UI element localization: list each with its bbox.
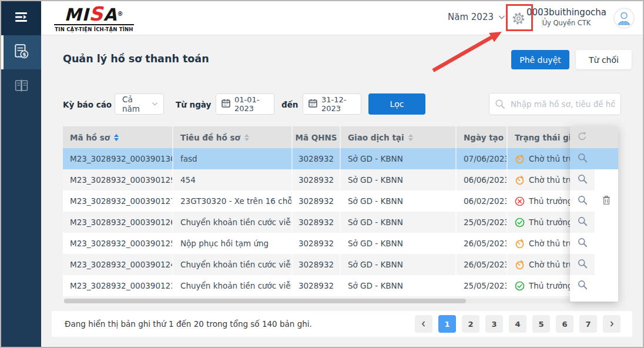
cell-date: 06/06/2023: [457, 169, 508, 190]
page-button-2[interactable]: 2: [462, 315, 479, 333]
magnifier-icon: [577, 152, 588, 165]
table-row[interactable]: M23_3028932_00039012723GT30320 - Xe trên…: [63, 190, 618, 212]
hamburger-icon: [14, 11, 28, 26]
column-header-title[interactable]: Tiêu đề hồ sơ: [173, 126, 293, 148]
from-date-label: Từ ngày: [176, 100, 211, 109]
table-row[interactable]: M23_3028932_000390125Nộp phục hồi tạm ứn…: [63, 233, 618, 254]
scrollbar-thumb[interactable]: [64, 299, 466, 303]
view-detail-button[interactable]: [570, 148, 595, 169]
to-date-value: 31-12-2023: [321, 95, 357, 113]
action-row: [570, 212, 618, 233]
magnifier-icon: [577, 258, 588, 271]
cell-code: M23_3028932_000390126: [63, 212, 173, 233]
delete-button[interactable]: [595, 190, 618, 212]
refresh-button[interactable]: [570, 126, 595, 148]
page-button-3[interactable]: 3: [485, 315, 503, 333]
calendar-icon: [308, 98, 318, 110]
year-label: Năm 2023: [448, 12, 494, 22]
cell-title: Chuyển khoản tiền cước viễn ...: [173, 254, 293, 275]
prev-page-button[interactable]: [415, 315, 432, 333]
period-label: Kỳ báo cáo: [63, 100, 112, 109]
user-info[interactable]: 0003buithingocha Ủy Quyền CTK: [526, 6, 606, 28]
column-header-code[interactable]: Mã hồ sơ: [63, 126, 173, 148]
column-label: Tiêu đề hồ sơ: [180, 133, 240, 142]
cell-title: 23GT30320 - Xe trên 16 chỗ ...: [173, 190, 293, 212]
calendar-icon: [221, 98, 231, 110]
search-icon: [495, 99, 505, 109]
table-row[interactable]: M23_3028932_000390126Chuyển khoản tiền c…: [63, 212, 618, 233]
status-approved-icon: [515, 281, 525, 291]
view-detail-button[interactable]: [570, 233, 595, 254]
action-panel-rows: [570, 148, 618, 296]
cell-date: 25/05/2023: [457, 275, 508, 296]
status-pending-icon: [515, 239, 525, 249]
menu-toggle-button[interactable]: [1, 1, 41, 35]
status-rejected-icon: [515, 196, 525, 206]
status-pending-icon: [515, 260, 525, 270]
to-date-label: đến: [281, 100, 298, 109]
view-detail-button[interactable]: [570, 275, 595, 296]
record-summary: Đang hiển thị bản ghi thứ 1 đến 20 trong…: [65, 319, 312, 329]
cell-date: 06/02/2023: [457, 190, 508, 212]
action-row: [570, 169, 618, 190]
app-window: $ MISA® TIN CẬY-TIỆN ÍCH-TẬN TÌNH: [0, 0, 644, 348]
avatar[interactable]: [613, 8, 635, 29]
column-header-date[interactable]: Ngày tạo: [457, 126, 508, 148]
settings-button[interactable]: [511, 11, 526, 26]
view-detail-button[interactable]: [570, 254, 595, 275]
sort-icon: [244, 134, 249, 141]
username: 0003buithingocha: [526, 6, 606, 18]
from-date-input[interactable]: 01-01-2023: [216, 93, 274, 115]
status-approved-icon: [515, 218, 525, 227]
sidebar-item-payment-files[interactable]: $: [1, 35, 41, 69]
user-role: Ủy Quyền CTK: [526, 18, 606, 28]
magnifier-icon: [577, 216, 588, 229]
sort-icon: [114, 134, 119, 141]
sidebar-item-ledger[interactable]: [1, 69, 41, 103]
logo-word: MISA®: [54, 5, 134, 24]
from-date-value: 01-01-2023: [234, 95, 270, 113]
to-date-input[interactable]: 31-12-2023: [303, 93, 361, 115]
approve-button[interactable]: Phê duyệt: [511, 50, 569, 69]
view-detail-button[interactable]: [570, 212, 595, 233]
column-header-qhns[interactable]: Mã QHNS: [293, 126, 341, 148]
cell-title: 454: [173, 169, 293, 190]
view-detail-button[interactable]: [570, 169, 595, 190]
magnifier-icon: [577, 237, 588, 250]
page-button-5[interactable]: 5: [532, 315, 550, 333]
topbar: MISA® TIN CẬY-TIỆN ÍCH-TẬN TÌNH Năm 2023…: [41, 1, 643, 35]
cell-qhns: 3028932: [293, 254, 341, 275]
table-row[interactable]: M23_3028932_000390130fasd3028932Sở GD - …: [63, 148, 618, 169]
cell-qhns: 3028932: [293, 212, 341, 233]
misa-logo: MISA® TIN CẬY-TIỆN ÍCH-TẬN TÌNH: [54, 5, 134, 32]
filter-button[interactable]: Lọc: [368, 93, 425, 115]
chevron-left-icon: [421, 320, 427, 327]
reject-button[interactable]: Từ chối: [576, 50, 632, 69]
period-select[interactable]: Cả năm: [115, 93, 164, 115]
action-row: [570, 254, 618, 275]
page-button-6[interactable]: 6: [556, 315, 573, 333]
chevron-down-icon: [498, 15, 505, 20]
view-detail-button[interactable]: [570, 190, 595, 212]
next-page-button[interactable]: [603, 315, 620, 333]
table-row[interactable]: M23_3028932_000390124Chuyển khoản tiền c…: [63, 254, 618, 275]
trash-icon: [601, 195, 612, 208]
book-icon: [14, 78, 29, 96]
year-selector[interactable]: Năm 2023: [448, 12, 505, 22]
refresh-icon: [577, 131, 588, 143]
search-input[interactable]: [489, 93, 621, 115]
horizontal-scrollbar: [63, 299, 617, 303]
table-row[interactable]: M23_3028932_000390123Chuyển khoản tiền c…: [63, 275, 618, 296]
page-button-1[interactable]: 1: [438, 315, 456, 333]
table-header: Mã hồ sơ Tiêu đề hồ sơ Mã QHNS Giao dịch…: [63, 126, 618, 148]
page-button-4[interactable]: 4: [509, 315, 526, 333]
cell-title: Chuyển khoản tiền cước viễn ...: [173, 275, 293, 296]
cell-date: 26/05/2023: [457, 254, 508, 275]
table-row[interactable]: M23_3028932_0003901294543028932Sở GD - K…: [63, 169, 618, 190]
cell-code: M23_3028932_000390123: [63, 275, 173, 296]
status-text: Thủ trưởng: [529, 196, 572, 206]
chevron-right-icon: [609, 320, 615, 327]
column-header-place[interactable]: Giao dịch tại: [341, 126, 457, 148]
action-panel-header: [570, 126, 618, 148]
page-button-7[interactable]: 7: [579, 315, 597, 333]
